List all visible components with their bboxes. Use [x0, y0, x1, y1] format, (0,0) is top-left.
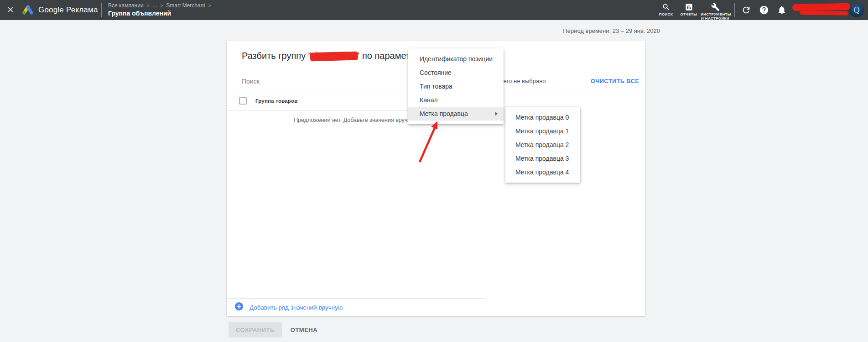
- topbar-divider: [734, 3, 735, 17]
- screen: Google Реклама Все кампании > ... > Smar…: [0, 0, 868, 342]
- help-icon[interactable]: [759, 5, 769, 16]
- parameter-dropdown-menu: Идентификатор позиции Состояние Тип това…: [408, 48, 504, 124]
- tools-label: ИНСТРУМЕНТЫ И НАСТРОЙКИ: [701, 12, 730, 21]
- custom-label-submenu: Метка продавца 0 Метка продавца 1 Метка …: [505, 107, 580, 183]
- menu-item-item-id[interactable]: Идентификатор позиции: [408, 52, 504, 66]
- redaction-bar-account-id: [792, 3, 850, 11]
- submenu-item-label-2[interactable]: Метка продавца 2: [505, 138, 580, 152]
- menu-item-channel[interactable]: Канал: [408, 93, 504, 107]
- search-placeholder: Поиск: [242, 78, 260, 85]
- account-avatar[interactable]: Q: [849, 3, 864, 17]
- topbar-divider: [101, 3, 102, 17]
- wrench-icon: [701, 3, 730, 11]
- dialog-actions: СОХРАНИТЬ ОТМЕНА: [229, 322, 317, 337]
- plus-circle-icon: [235, 302, 243, 312]
- group-name-redacted: dermaheal: [312, 51, 357, 61]
- close-icon[interactable]: [6, 5, 15, 15]
- reports-chart-icon: [678, 3, 700, 11]
- tools-settings-button[interactable]: ИНСТРУМЕНТЫ И НАСТРОЙКИ: [701, 3, 730, 21]
- avatar-letter: Q: [854, 5, 860, 15]
- list-header-label: Группа товаров: [255, 98, 298, 104]
- google-ads-logo-icon: [21, 4, 35, 17]
- submenu-item-label-1[interactable]: Метка продавца 1: [505, 124, 580, 138]
- save-button[interactable]: СОХРАНИТЬ: [229, 322, 282, 337]
- menu-item-product-type[interactable]: Тип товара: [408, 79, 504, 93]
- breadcrumb-current-page: Группа объявлений: [108, 10, 211, 17]
- add-values-row-button[interactable]: Добавить ряд значений вручную: [227, 298, 485, 316]
- dialog-title-prefix: Разбить группу ": [242, 51, 312, 61]
- search-icon: [655, 3, 676, 11]
- search-button[interactable]: ПОИСК: [655, 3, 676, 16]
- menu-item-custom-label-text: Метка продавца: [420, 107, 468, 121]
- add-values-label: Добавить ряд значений вручную: [249, 304, 343, 311]
- chevron-right-icon: >: [208, 3, 211, 8]
- redaction-bar-account-email: [800, 11, 848, 15]
- available-values-empty-area: Предложений нет. Добавьте значения вручн…: [227, 110, 485, 298]
- submenu-caret-icon: [495, 112, 498, 116]
- reports-button[interactable]: ОТЧЕТЫ: [678, 3, 700, 16]
- redaction-scribble: [310, 51, 358, 61]
- search-label: ПОИСК: [655, 12, 676, 16]
- menu-item-custom-label[interactable]: Метка продавца: [408, 107, 504, 121]
- clear-all-button[interactable]: ОЧИСТИТЬ ВСЕ: [589, 77, 641, 85]
- notifications-bell-icon[interactable]: [777, 5, 787, 16]
- breadcrumb: Все кампании > ... > Smart Merchant > Гр…: [108, 2, 211, 17]
- submenu-item-label-3[interactable]: Метка продавца 3: [505, 152, 580, 165]
- submenu-item-label-0[interactable]: Метка продавца 0: [505, 110, 580, 124]
- select-all-checkbox[interactable]: [239, 97, 247, 105]
- selected-header-row: Ничего не выбрано ОЧИСТИТЬ ВСЕ: [485, 71, 645, 91]
- chevron-right-icon: >: [147, 3, 150, 8]
- menu-item-condition[interactable]: Состояние: [408, 66, 504, 79]
- breadcrumb-collapsed[interactable]: ...: [153, 2, 157, 9]
- reports-label: ОТЧЕТЫ: [678, 12, 700, 16]
- brand-title: Google Реклама: [38, 5, 98, 15]
- cancel-button[interactable]: ОТМЕНА: [291, 326, 317, 333]
- breadcrumb-all-campaigns[interactable]: Все кампании: [108, 2, 144, 9]
- breadcrumb-campaign[interactable]: Smart Merchant: [166, 2, 205, 9]
- date-range-label[interactable]: Период времени: 23 – 29 янв. 2020: [563, 27, 660, 34]
- submenu-item-label-4[interactable]: Метка продавца 4: [505, 165, 580, 179]
- topbar: Google Реклама Все кампании > ... > Smar…: [0, 0, 868, 20]
- chevron-right-icon: >: [161, 3, 163, 8]
- refresh-icon[interactable]: [741, 5, 751, 16]
